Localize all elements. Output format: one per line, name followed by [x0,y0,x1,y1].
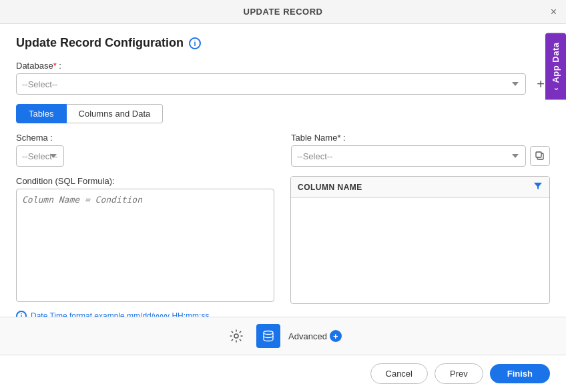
schema-col: Schema : --Select-- [16,133,275,167]
column-panel: COLUMN NAME [290,176,550,304]
section-title-text: Update Record Configuration [16,36,184,50]
gear-button[interactable] [224,324,248,348]
tabs-row: Tables Columns and Data [16,104,550,123]
datetime-note-text: Date Time format example mm/dd/yyyy HH:m… [31,311,209,317]
close-button[interactable]: × [551,7,557,17]
db-button[interactable] [256,324,280,348]
schema-label: Schema : [16,133,275,143]
schema-select[interactable]: --Select-- [16,145,64,167]
database-row: --Select-- + [16,73,550,95]
modal-overlay: UPDATE RECORD × ‹ App Data Update Record… [0,0,566,392]
db-icon [262,329,275,343]
filter-icon[interactable] [533,181,543,193]
app-data-label: App Data [551,43,561,83]
column-panel-body [291,198,549,291]
copy-icon [535,151,545,161]
tab-tables[interactable]: Tables [16,104,67,123]
advanced-button[interactable]: Advanced + [288,330,342,342]
schema-table-row: Schema : --Select-- Table Name* : --Sele… [16,133,550,167]
modal: UPDATE RECORD × ‹ App Data Update Record… [0,0,566,392]
condition-column-row: Condition (SQL Formula): COLUMN NAME [16,176,550,304]
condition-label: Condition (SQL Formula): [16,176,274,186]
table-name-select-row: --Select-- [291,145,550,167]
modal-title: UPDATE RECORD [244,7,323,17]
title-bar: UPDATE RECORD × [0,0,566,24]
table-name-label: Table Name* : [291,133,550,143]
database-label: Database* : [16,61,550,71]
datetime-note: i Date Time format example mm/dd/yyyy HH… [16,311,550,317]
tab-columns-and-data[interactable]: Columns and Data [67,104,164,123]
modal-body: Update Record Configuration i Database* … [0,24,566,317]
condition-col: Condition (SQL Formula): [16,176,274,304]
gear-icon [230,329,243,343]
modal-footer: Cancel Prev Finish [0,355,566,392]
prev-button[interactable]: Prev [435,363,483,384]
copy-table-button[interactable] [530,146,550,166]
svg-point-2 [234,334,238,338]
table-name-select[interactable]: --Select-- [291,145,526,167]
column-panel-title: COLUMN NAME [298,183,362,192]
header-info-icon[interactable]: i [189,37,201,49]
app-data-tab[interactable]: ‹ App Data [545,33,566,100]
svg-point-3 [264,331,273,335]
database-select[interactable]: --Select-- [16,73,526,95]
cancel-button[interactable]: Cancel [370,363,428,384]
table-name-col: Table Name* : --Select-- [291,133,550,167]
advanced-label: Advanced [288,331,327,341]
section-title-row: Update Record Configuration i [16,36,550,50]
datetime-info-icon: i [16,311,27,317]
column-panel-header: COLUMN NAME [291,177,549,198]
advanced-plus-icon: + [330,330,342,342]
app-data-chevron: ‹ [551,87,561,91]
svg-rect-1 [536,152,541,157]
modal-toolbar: Advanced + [0,317,566,355]
condition-textarea[interactable] [16,189,274,302]
finish-button[interactable]: Finish [490,364,550,383]
